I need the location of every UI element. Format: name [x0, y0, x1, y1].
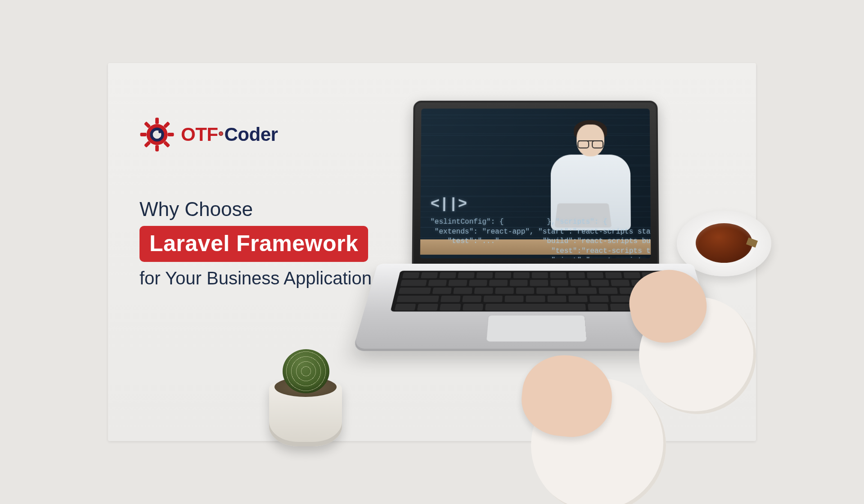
trackpad: [486, 315, 587, 342]
gear-icon: [140, 117, 175, 152]
svg-rect-1: [155, 118, 159, 124]
headline-line-3: for Your Business Application: [140, 268, 392, 288]
tea: [692, 220, 756, 266]
svg-rect-3: [140, 133, 147, 136]
headline: Why Choose Laravel Framework for Your Bu…: [140, 198, 392, 288]
svg-rect-4: [167, 133, 174, 136]
code-tag-icon: <||>: [430, 194, 651, 215]
cactus: [283, 349, 329, 393]
headline-highlight: Laravel Framework: [140, 226, 368, 262]
promo-graphic: OTFCoder Why Choose Laravel Framework fo…: [108, 63, 756, 441]
laptop-lid: <||>"eslintConfig": { },"scripts": { "ex…: [412, 101, 659, 266]
glasses-icon: [578, 140, 603, 146]
code-lines: "eslintConfig": { },"scripts": { "extend…: [430, 218, 651, 258]
laptop-screen: <||>"eslintConfig": { },"scripts": { "ex…: [420, 108, 651, 258]
brand-name: OTFCoder: [181, 124, 278, 145]
brand-part-1: OTF: [181, 124, 218, 145]
headline-line-1: Why Choose: [140, 198, 392, 220]
cactus-pot: [261, 329, 351, 446]
brand-part-2: Coder: [224, 124, 278, 145]
brand-logo: OTFCoder: [140, 117, 278, 152]
hand-left: [504, 351, 648, 477]
code-overlay: <||>"eslintConfig": { },"scripts": { "ex…: [430, 175, 651, 258]
svg-rect-2: [155, 145, 159, 151]
globe-dot-icon: [219, 131, 223, 136]
svg-point-11: [158, 130, 161, 133]
